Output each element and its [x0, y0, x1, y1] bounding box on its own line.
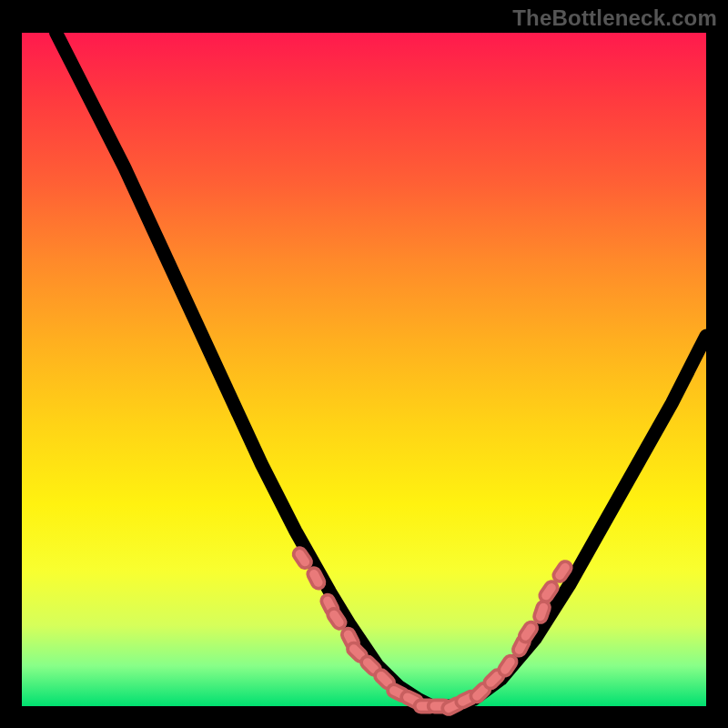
chart-svg — [22, 33, 706, 706]
bottleneck-curve — [56, 33, 706, 706]
curve-marker — [497, 653, 520, 678]
watermark-text: TheBottleneck.com — [512, 5, 717, 31]
plot-area — [22, 33, 706, 706]
chart-frame: TheBottleneck.com — [0, 0, 728, 728]
marker-group — [291, 546, 573, 717]
